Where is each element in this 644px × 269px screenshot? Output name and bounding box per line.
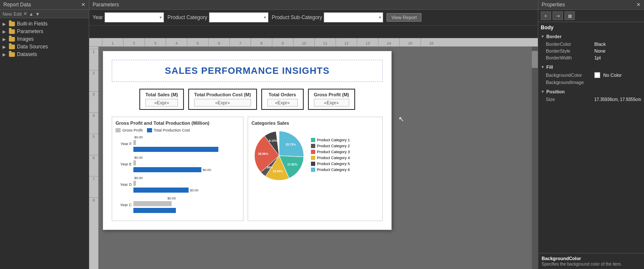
- left-panel-close[interactable]: ✕: [81, 2, 85, 8]
- properties-content: Body ▼ Border BorderColor Black BorderSt…: [538, 22, 644, 269]
- expand-icon-images: ▶: [3, 37, 8, 42]
- subcategory-param-label: Product Sub-Category: [272, 14, 322, 20]
- category-select[interactable]: [209, 12, 268, 22]
- prop-row-borderwidth: BorderWidth 1pt: [541, 54, 641, 61]
- prop-group-border: ▼ Border BorderColor Black BorderStyle N…: [541, 34, 641, 61]
- tree-item-images[interactable]: ▶ Images: [0, 35, 89, 43]
- ruler-mark-11: 11: [314, 38, 336, 46]
- bar-fill-c-gross: [133, 201, 172, 206]
- side-ruler-mark-1: 1: [89, 49, 98, 70]
- pie-legend-item-4: Product Category 4: [311, 156, 350, 160]
- kpi-total-orders: Total Orders «Expr»: [261, 89, 304, 110]
- report-page: SALES PERFORMANCE INSIGHTS Total Sales (…: [103, 51, 392, 230]
- tree-label-parameters: Parameters: [17, 28, 43, 34]
- delete-button[interactable]: ✕: [23, 11, 27, 17]
- bar-legend: Gross Profit Total Production Cost: [116, 128, 240, 132]
- prop-group-border-title[interactable]: ▼ Border: [541, 34, 641, 39]
- side-ruler-mark-2: 2: [89, 70, 98, 91]
- bar-row-year-e: Year E $0.00 $0.00: [116, 156, 240, 172]
- pie-legend: Product Category 1 Product Category 2 Pr…: [311, 138, 350, 174]
- bar-fill-d-prod: [133, 188, 189, 193]
- new-button[interactable]: New: [3, 11, 12, 17]
- svg-text:17.62%: 17.62%: [287, 163, 298, 166]
- borderstyle-value[interactable]: None: [594, 48, 605, 53]
- legend-label-production-cost: Total Production Cost: [154, 128, 190, 132]
- pie-legend-item-5: Product Category 5: [311, 162, 350, 166]
- prop-group-fill-title[interactable]: ▼ Fill: [541, 64, 641, 70]
- vertical-ruler: 1 2 3 4 5 6 7 8: [89, 47, 99, 269]
- properties-close-button[interactable]: ✕: [636, 2, 641, 8]
- bar-wrap-d-prod: $0.00: [133, 188, 240, 193]
- horizontal-ruler: 1 2 3 4 5 6 7 8 9 10 11 12 13 14 15 16: [89, 38, 538, 47]
- scrollbar-thumb[interactable]: [532, 51, 538, 68]
- edit-button[interactable]: Edit: [14, 11, 22, 17]
- ruler-mark-16: 16: [421, 38, 442, 46]
- category-param-label: Product Category: [167, 14, 207, 20]
- pie-legend-item-2: Product Category 2: [311, 144, 350, 148]
- borderwidth-value[interactable]: 1pt: [594, 55, 601, 60]
- ruler-mark-7: 7: [229, 38, 251, 46]
- ruler-mark-1: 1: [102, 38, 123, 46]
- bar-year-label-f: Year F: [116, 142, 132, 146]
- ruler-mark-9: 9: [272, 38, 293, 46]
- ruler-marks: 1 2 3 4 5 6 7 8 9 10 11 12 13 14 15 16: [102, 38, 442, 46]
- kpi-production-cost-label: Total Production Cost (M): [194, 92, 251, 97]
- position-group-label: Position: [546, 89, 565, 94]
- ruler-mark-12: 12: [336, 38, 357, 46]
- subcategory-select[interactable]: [324, 12, 383, 22]
- svg-text:25.75%: 25.75%: [285, 143, 296, 146]
- subcategory-param-field: Product Sub-Category: [272, 12, 384, 22]
- bar-year-label-e: Year E: [116, 162, 132, 166]
- tree-item-parameters[interactable]: ▶ Parameters: [0, 28, 89, 35]
- ruler-mark-14: 14: [378, 38, 399, 46]
- view-report-button[interactable]: View Report: [387, 13, 421, 22]
- pie-legend-label-4: Product Category 4: [317, 156, 350, 160]
- bar-group-f: $0.00: [133, 136, 240, 152]
- ruler-mark-15: 15: [399, 38, 421, 46]
- properties-toolbar-btn2[interactable]: ⇥: [553, 11, 563, 20]
- size-value[interactable]: 17.35936cm, 17.9355cm: [594, 97, 641, 102]
- pie-legend-label-5: Product Category 5: [317, 162, 350, 166]
- prop-group-position-title[interactable]: ▼ Position: [541, 89, 641, 94]
- tree-items: ▶ Built-in Fields ▶ Parameters ▶ Images …: [0, 18, 89, 60]
- backgroundcolor-value[interactable]: No Color: [603, 73, 621, 78]
- prop-row-backgroundcolor: BackgroundColor No Color: [541, 71, 641, 79]
- up-button[interactable]: ▲: [29, 11, 34, 17]
- bordercolor-value[interactable]: Black: [594, 42, 606, 47]
- year-select-wrap: [105, 12, 164, 22]
- right-toolbar: ≡ ⇥ ▦: [538, 10, 644, 22]
- properties-toolbar-btn1[interactable]: ≡: [541, 11, 551, 20]
- prop-row-borderstyle: BorderStyle None: [541, 48, 641, 54]
- tree-item-datasets[interactable]: ▶ Datasets: [0, 50, 89, 58]
- ruler-mark-3: 3: [144, 38, 166, 46]
- properties-toolbar-btn3[interactable]: ▦: [565, 11, 575, 20]
- prop-group-fill: ▼ Fill BackgroundColor No Color Backgrou…: [541, 64, 641, 86]
- kpi-production-cost-value: «Expr»: [194, 99, 251, 106]
- category-select-wrap: [209, 12, 268, 22]
- report-title: SALES PERFORMANCE INSIGHTS: [112, 60, 383, 82]
- tree-item-built-in-fields[interactable]: ▶ Built-in Fields: [0, 20, 89, 28]
- note-title: BackgroundColor: [542, 256, 641, 261]
- bar-chart-title: Gross Profit and Total Production (Milli…: [116, 120, 240, 126]
- bar-year-label-d: Year D: [116, 182, 132, 187]
- bar-row-year-d: Year D $0.00 $0.00: [116, 177, 240, 193]
- pie-legend-item-3: Product Category 3: [311, 150, 350, 154]
- tree-item-data-sources[interactable]: ▶ Data Sources: [0, 43, 89, 50]
- bar-label-e-prod: $0.00: [203, 168, 211, 172]
- border-collapse-arrow: ▼: [541, 34, 545, 39]
- legend-production-cost: Total Production Cost: [147, 128, 190, 132]
- cursor-indicator: ↖: [398, 115, 404, 123]
- bar-row-year-f: Year F $0.00: [116, 136, 240, 152]
- svg-text:8.13%: 8.13%: [269, 139, 278, 142]
- vertical-scrollbar[interactable]: [532, 47, 538, 269]
- down-button[interactable]: ▼: [35, 11, 40, 17]
- bar-group-c: $0.00: [133, 197, 240, 213]
- kpi-gross-profit: Gross Profit (M) «Expr»: [308, 89, 355, 110]
- bar-fill-d-gross: [133, 181, 136, 186]
- position-collapse-arrow: ▼: [541, 90, 545, 94]
- prop-row-bordercolor: BorderColor Black: [541, 41, 641, 48]
- pie-legend-color-1: [311, 138, 315, 142]
- year-select[interactable]: [105, 12, 164, 22]
- kpi-row: Total Sales (M) «Expr» Total Production …: [112, 89, 383, 110]
- canvas-area[interactable]: 1 2 3 4 5 6 7 8 SALES PERFORMANCE INSIGH…: [89, 47, 538, 269]
